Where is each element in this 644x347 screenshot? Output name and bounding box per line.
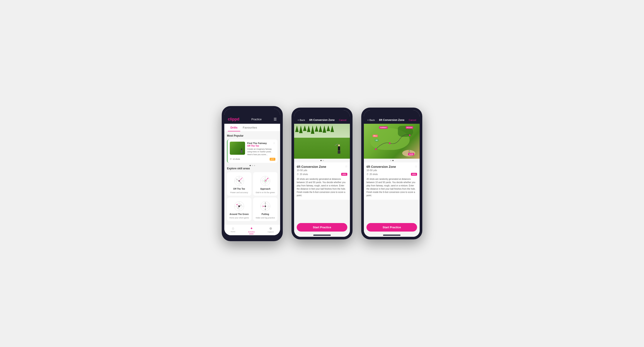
p2-home-bar xyxy=(313,235,331,236)
bottom-navbar: ⌂ Home ✦ Activities ⊕ Capture xyxy=(224,224,280,235)
p3-drill-meta: ⏱ 20 shots ARG xyxy=(366,173,417,176)
dot-2 xyxy=(252,165,253,166)
tree-1 xyxy=(295,126,299,132)
p2-drill-description: 20 shots are randomly generated at dista… xyxy=(297,177,347,197)
p3-home-bar xyxy=(383,235,400,236)
p2-bottom-bar: Start Practice xyxy=(294,220,350,237)
ott-name: Off The Tee xyxy=(233,188,245,190)
dot-3 xyxy=(254,165,255,166)
tree-10 xyxy=(330,126,334,132)
p2-header-title: 6ft Conversion Zone xyxy=(309,119,335,122)
hamburger-icon[interactable]: ☰ xyxy=(274,117,277,121)
skill-card-atg[interactable]: Around The Green Hone your short game xyxy=(227,197,251,221)
p3-clock-icon: ⏱ xyxy=(366,173,369,175)
phone-screen-3: < Back 6ft Conversion Zone Cancel FAIRWA… xyxy=(364,110,420,237)
cancel-button[interactable]: Cancel xyxy=(339,119,346,121)
nav-home-label: Home xyxy=(231,231,235,233)
tree-7 xyxy=(319,126,322,132)
p3-drill-title: 6ft Conversion Zone xyxy=(366,165,417,168)
golfer-figure xyxy=(337,144,341,154)
svg-point-30 xyxy=(265,206,266,207)
golfer-figure xyxy=(240,148,243,154)
capture-icon: ⊕ xyxy=(269,226,272,230)
image-carousel-dots xyxy=(294,159,350,162)
phone-notch-2 xyxy=(311,108,333,114)
svg-line-24 xyxy=(237,204,239,206)
tree-5 xyxy=(311,126,314,134)
drill-detail: ☆ 6ft Conversion Zone 10-50 yds ⏱ 20 sho… xyxy=(294,162,350,200)
p3-dot-2 xyxy=(392,160,394,161)
p2-shots: ⏱ 20 shots xyxy=(297,173,308,175)
skill-grid: Off The Tee Power and accuracy xyxy=(227,172,278,221)
drill-thumbnail xyxy=(230,142,245,155)
card-title: Find The Fairway xyxy=(247,142,275,145)
ott-icon xyxy=(232,174,246,186)
hero-scene xyxy=(294,124,350,159)
p3-content: FAIRWAY ROUGH Miss Hit SAND 🏌 xyxy=(364,124,420,220)
p2-drill-title: 6ft Conversion Zone xyxy=(297,165,347,168)
header-title: Practice xyxy=(251,118,262,121)
svg-line-7 xyxy=(239,181,241,184)
phone-3: < Back 6ft Conversion Zone Cancel FAIRWA… xyxy=(361,108,422,239)
phone-notch-3 xyxy=(381,108,403,114)
app-logo: clippd xyxy=(228,117,239,122)
p3-dot-1 xyxy=(390,160,391,161)
svg-point-15 xyxy=(268,178,268,179)
tabs-bar: Drills Favourites xyxy=(224,124,280,132)
skill-card-approach[interactable]: Approach Dial-in to hit the green xyxy=(253,172,278,196)
home-icon: ⌂ xyxy=(232,226,234,230)
fairway-background xyxy=(294,138,350,159)
svg-point-37 xyxy=(375,148,376,150)
skill-card-putting[interactable]: Putting Make and lag practice xyxy=(253,197,278,221)
nav-active-indicator xyxy=(249,234,254,234)
back-button[interactable]: < Back xyxy=(298,119,305,121)
nav-activities-label: Activities xyxy=(248,231,255,233)
svg-line-5 xyxy=(239,178,242,181)
svg-point-32 xyxy=(265,209,266,210)
phone-screen-2: < Back 6ft Conversion Zone Cancel xyxy=(294,110,350,237)
phone-1: clippd Practice ☰ Drills Favourites Most… xyxy=(222,106,283,241)
p3-header-title: 6ft Conversion Zone xyxy=(379,119,404,122)
ott-desc: Power and accuracy xyxy=(230,191,248,194)
nav-capture[interactable]: ⊕ Capture xyxy=(268,226,274,234)
p2-clock-icon: ⏱ xyxy=(297,173,299,175)
card-inner: Find The Fairway Off The Tee Create an i… xyxy=(230,142,275,156)
approach-desc: Dial-in to hit the green xyxy=(256,191,275,194)
featured-drill-card[interactable]: ☆ Find The Fairway Off The Tee Create an… xyxy=(227,139,278,163)
p3-drill-detail: ☆ 6ft Conversion Zone 10-50 yds ⏱ 20 sho… xyxy=(364,162,420,200)
p3-favourite-icon[interactable]: ☆ xyxy=(415,165,418,168)
most-popular-title: Most Popular xyxy=(227,134,278,137)
golf-image xyxy=(230,142,245,155)
drill-badge: OTT xyxy=(270,158,275,161)
svg-point-38 xyxy=(389,142,390,144)
start-practice-button[interactable]: Start Practice xyxy=(297,223,347,232)
p2-drill-range: 10-50 yds xyxy=(297,169,347,172)
approach-name: Approach xyxy=(260,188,270,190)
svg-point-23 xyxy=(238,208,238,208)
p3-start-practice-button[interactable]: Start Practice xyxy=(366,223,417,232)
explore-title: Explore skill areas xyxy=(227,167,278,170)
skill-card-ott[interactable]: Off The Tee Power and accuracy xyxy=(227,172,251,196)
favourite-icon[interactable]: ☆ xyxy=(273,142,275,145)
p3-bottom-bar: Start Practice xyxy=(364,220,420,237)
putting-desc: Make and lag practice xyxy=(256,217,275,219)
tree-2 xyxy=(299,126,302,133)
phone-2: < Back 6ft Conversion Zone Cancel xyxy=(292,108,352,239)
p3-drill-range: 10-50 yds xyxy=(366,169,417,172)
p3-back-button[interactable]: < Back xyxy=(367,119,375,121)
home-indicator-1 xyxy=(244,237,261,238)
shots-count: ⏱ 10 shots xyxy=(230,158,240,160)
golfer-head xyxy=(338,144,340,146)
atg-desc: Hone your short game xyxy=(229,217,249,219)
p2-content: ☆ 6ft Conversion Zone 10-50 yds ⏱ 20 sho… xyxy=(294,124,350,220)
tab-drills[interactable]: Drills xyxy=(228,124,240,131)
atg-name: Around The Green xyxy=(230,213,249,215)
p3-cancel-button[interactable]: Cancel xyxy=(409,119,416,121)
phone1-content: Most Popular ☆ Find The Fairway Off The … xyxy=(224,132,280,224)
nav-home[interactable]: ⌂ Home xyxy=(231,226,235,234)
p2-favourite-icon[interactable]: ☆ xyxy=(345,165,348,168)
p2-drill-meta: ⏱ 20 shots ARG xyxy=(297,173,347,176)
nav-activities[interactable]: ✦ Activities xyxy=(248,226,255,234)
approach-icon xyxy=(259,174,272,186)
tab-favourites[interactable]: Favourites xyxy=(240,124,260,131)
